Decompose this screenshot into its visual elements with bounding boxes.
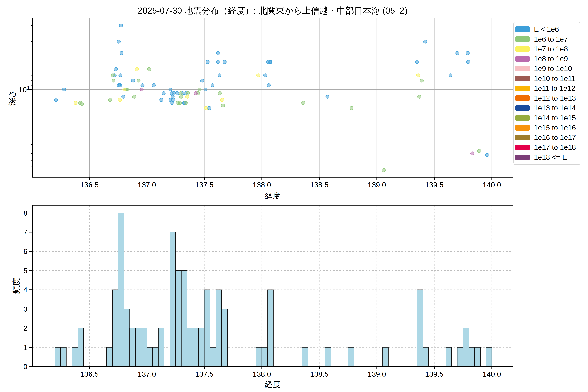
- histogram-bar: [262, 348, 268, 367]
- histogram-bar: [147, 348, 152, 367]
- histogram-bar: [181, 271, 187, 367]
- legend-entry: 1e16 to 1e17: [515, 134, 580, 141]
- histogram-bar: [107, 348, 112, 367]
- legend-swatch-icon: [515, 36, 530, 42]
- histogram-bar: [72, 348, 78, 367]
- legend-label: 1e14 to 1e15: [534, 114, 576, 122]
- histogram-xtick: 139.5: [425, 370, 444, 378]
- legend-swatch-icon: [515, 125, 530, 130]
- legend-label: 1e6 to 1e7: [534, 36, 568, 43]
- histogram-bar: [423, 348, 428, 367]
- legend-swatch-icon: [515, 46, 530, 52]
- histogram-xtick: 139.0: [368, 370, 386, 378]
- figure-title: 2025-07-30 地震分布（経度）: 北関東から上信越・中部日本海 (05_…: [32, 5, 513, 17]
- legend-entry: 1e7 to 1e8: [515, 46, 580, 52]
- histogram-bar: [210, 348, 216, 367]
- scatter-plot: 136.5137.0137.5138.0138.5139.0139.5140.0: [30, 18, 513, 189]
- histogram-bar: [302, 348, 308, 367]
- histogram-xlabel: 経度: [32, 379, 513, 390]
- legend-swatch-icon: [515, 144, 530, 150]
- legend-label: 1e15 to 1e16: [534, 124, 576, 131]
- figure: 136.5137.0137.5138.0138.5139.0139.5140.0…: [0, 0, 588, 392]
- histogram-xtick: 136.5: [80, 370, 99, 378]
- legend-entry: 1e13 to 1e14: [515, 104, 580, 112]
- legend-label: 1e7 to 1e8: [534, 46, 568, 52]
- legend-swatch-icon: [515, 135, 530, 140]
- legend-swatch-icon: [515, 105, 530, 111]
- legend-swatch-icon: [515, 86, 530, 91]
- histogram-bar: [130, 328, 136, 366]
- legend-swatch-icon: [515, 76, 530, 81]
- scatter-xtick: 137.0: [138, 181, 156, 189]
- legend-entry: 1e15 to 1e16: [515, 124, 580, 131]
- histogram-ytick: 1: [23, 343, 28, 352]
- histogram-ytick: 0: [23, 362, 28, 371]
- histogram-xtick: 138.5: [310, 370, 329, 378]
- legend-entry: E < 1e6: [515, 26, 580, 33]
- histogram-bar: [124, 309, 130, 367]
- histogram-bar: [325, 348, 331, 367]
- histogram-bar: [193, 328, 198, 366]
- legend: E < 1e61e6 to 1e71e7 to 1e81e8 to 1e91e9…: [513, 22, 580, 165]
- histogram-bar: [446, 348, 452, 367]
- histogram-ytick: 6: [23, 247, 28, 256]
- histogram-xtick: 137.0: [138, 370, 156, 378]
- histogram-plot: 136.5137.0137.5138.0138.5139.0139.5140.0…: [23, 205, 513, 378]
- histogram-bar: [469, 348, 474, 367]
- legend-label: E < 1e6: [534, 26, 559, 33]
- legend-swatch-icon: [515, 96, 530, 101]
- legend-label: 1e10 to 1e11: [534, 75, 576, 82]
- legend-label: 1e13 to 1e14: [534, 104, 576, 112]
- histogram-bar: [152, 348, 158, 367]
- scatter-xtick: 136.5: [80, 181, 99, 189]
- histogram-ylabel: 頻度: [11, 278, 22, 294]
- histogram-bar: [417, 290, 423, 366]
- histogram-bar: [78, 328, 84, 366]
- histogram-ytick: 2: [23, 324, 28, 332]
- legend-label: 1e16 to 1e17: [534, 134, 576, 141]
- histogram-ytick: 4: [23, 286, 28, 294]
- histogram-bar: [457, 348, 463, 367]
- histogram-xtick: 138.0: [253, 370, 271, 378]
- legend-swatch-icon: [515, 115, 530, 121]
- legend-label: 1e8 to 1e9: [534, 55, 568, 62]
- histogram-bar: [463, 328, 469, 366]
- histogram-bar: [348, 348, 354, 367]
- histogram-xtick: 140.0: [483, 370, 501, 378]
- legend-entry: 1e10 to 1e11: [515, 75, 580, 82]
- histogram-bar: [118, 213, 124, 366]
- legend-swatch-icon: [515, 66, 530, 72]
- scatter-xtick: 137.5: [195, 181, 214, 189]
- histogram-bar: [136, 328, 141, 366]
- legend-swatch-icon: [515, 26, 530, 32]
- histogram-bar: [268, 290, 273, 366]
- histogram-bar: [141, 328, 147, 366]
- scatter-xtick: 139.5: [425, 181, 444, 189]
- scatter-xlabel: 経度: [32, 191, 513, 201]
- histogram-bar: [256, 348, 262, 367]
- histogram-xtick: 137.5: [195, 370, 214, 378]
- legend-swatch-icon: [515, 56, 530, 62]
- histogram-bar: [176, 271, 181, 367]
- scatter-xtick: 140.0: [483, 181, 501, 189]
- scatter-xtick: 138.5: [310, 181, 329, 189]
- legend-label: 1e9 to 1e10: [534, 65, 572, 72]
- histogram-ytick: 5: [23, 266, 28, 275]
- legend-entry: 1e8 to 1e9: [515, 55, 580, 62]
- histogram-ytick: 8: [23, 209, 28, 217]
- histogram-bar: [216, 290, 222, 366]
- scatter-ytick-label: 101: [0, 85, 30, 94]
- histogram-bar: [158, 328, 164, 366]
- legend-entry: 1e12 to 1e13: [515, 94, 580, 102]
- histogram-bar: [475, 348, 480, 367]
- legend-label: 1e17 to 1e18: [534, 144, 576, 151]
- histogram-bar: [170, 232, 176, 367]
- histogram-bar: [55, 348, 60, 367]
- legend-entry: 1e18 <= E: [515, 154, 580, 161]
- histogram-bar: [112, 290, 118, 366]
- scatter-xtick: 138.0: [253, 181, 271, 189]
- legend-label: 1e18 <= E: [534, 154, 567, 161]
- legend-entry: 1e9 to 1e10: [515, 65, 580, 72]
- histogram-bar: [222, 309, 227, 367]
- legend-entry: 1e17 to 1e18: [515, 144, 580, 151]
